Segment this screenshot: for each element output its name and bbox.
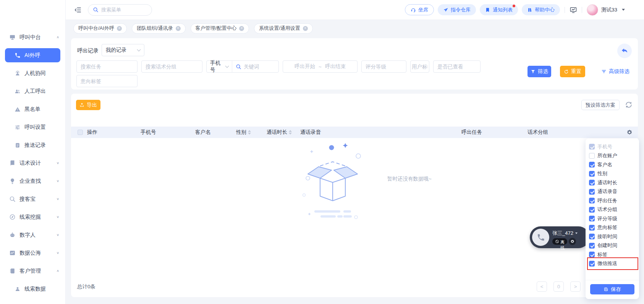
breadcrumb-tab[interactable]: 团队组织/通讯录 (132, 23, 186, 34)
topbar-action-button[interactable]: 通知列表 (480, 4, 518, 15)
sidebar-item[interactable]: 人机协同 (0, 64, 65, 82)
checkbox[interactable] (589, 252, 595, 257)
save-button[interactable]: 保存 (590, 284, 634, 294)
preset-filter-button[interactable]: 预设筛选方案 (581, 100, 620, 110)
column-header[interactable]: 操作 (87, 129, 141, 136)
sidebar-item[interactable]: 线索数据 (0, 280, 65, 298)
menu-search[interactable] (88, 4, 152, 16)
agent-name[interactable]: 张三_472 (552, 230, 578, 237)
topbar-action-button[interactable]: 指令仓库 (438, 4, 476, 15)
close-tab-icon[interactable] (239, 26, 244, 31)
close-tab-icon[interactable] (117, 26, 122, 31)
checkbox[interactable] (589, 162, 595, 167)
date-range-picker[interactable]: 呼出开始 ~ 呼出结束 (283, 60, 358, 73)
sort-icons[interactable] (248, 130, 251, 135)
column-toggle-item[interactable]: 标签 (589, 250, 636, 259)
intent-tag-select[interactable] (76, 75, 138, 87)
task-search-input[interactable] (76, 60, 138, 73)
checkbox[interactable] (589, 216, 595, 221)
refresh-icon[interactable] (625, 101, 633, 109)
sidebar-item[interactable]: 呼叫中台 ∧ (0, 28, 65, 46)
sidebar-item[interactable]: 推送记录 (0, 136, 65, 154)
sort-icons[interactable] (289, 130, 292, 135)
checkbox[interactable] (589, 243, 595, 249)
column-toggle-item[interactable]: 通话录音 (589, 187, 636, 197)
sidebar-item[interactable]: 数字人 ∨ (0, 226, 65, 244)
phone-circle[interactable] (532, 229, 549, 246)
column-header[interactable]: 客户名 (195, 129, 236, 136)
column-toggle-item[interactable]: 通话时长 (589, 178, 636, 187)
data-screen-icon[interactable] (570, 6, 577, 14)
column-toggle-item[interactable]: 手机号 (589, 142, 636, 151)
phone-field-select[interactable]: 手机号 (207, 61, 232, 72)
checkbox[interactable] (589, 153, 595, 159)
breadcrumb-tab[interactable]: 呼叫中台/AI外呼 (73, 23, 127, 34)
sidebar-item[interactable]: 搜客宝 ∨ (0, 190, 65, 208)
score-level-select[interactable] (361, 60, 406, 73)
breadcrumb-tab[interactable]: 系统设置/通用设置 (254, 23, 313, 34)
menu-search-input[interactable] (101, 7, 141, 13)
column-toggle-item[interactable]: 创建时间 (589, 241, 636, 250)
sidebar-item[interactable]: 企业查找 ∨ (0, 172, 65, 190)
viewed-select[interactable] (433, 60, 481, 73)
checkbox[interactable] (589, 171, 595, 177)
avatar[interactable] (587, 4, 598, 16)
column-header[interactable]: 话术分组 (527, 129, 596, 136)
checkbox[interactable] (589, 180, 595, 185)
column-settings-gear-icon[interactable] (626, 129, 633, 135)
column-header[interactable]: 呼出任务 (461, 129, 527, 136)
sidebar-item[interactable]: 线索挖掘 ∨ (0, 208, 65, 226)
prev-page-button[interactable]: < (537, 281, 547, 292)
user-menu-caret[interactable] (622, 9, 625, 11)
close-tab-icon[interactable] (176, 26, 181, 31)
script-group-search-input[interactable] (141, 60, 202, 73)
column-toggle-item[interactable]: 话术分组 (589, 205, 636, 215)
advanced-filter-link[interactable]: 高级筛选 (601, 68, 629, 75)
checkbox[interactable] (589, 198, 595, 203)
export-button[interactable]: 导出 (76, 100, 100, 110)
call-widget[interactable]: 张三_472 离线 (530, 226, 589, 248)
checkbox[interactable] (589, 234, 595, 239)
column-toggle-item[interactable]: 客户名 (589, 160, 636, 169)
checkbox[interactable] (589, 225, 595, 231)
topbar-action-button[interactable]: 坐席 (405, 4, 434, 15)
sidebar-item[interactable]: 话术设计 ∨ (0, 154, 65, 172)
column-toggle-item[interactable]: 评分等级 (589, 214, 636, 223)
collapse-sidebar-icon[interactable] (74, 6, 82, 14)
column-header[interactable]: 通话时长 (267, 129, 300, 136)
column-header[interactable]: 手机号 (141, 129, 195, 136)
sidebar-item[interactable]: 人工呼出 (0, 82, 65, 100)
sidebar-item-icon (15, 142, 21, 148)
sidebar-item[interactable]: 客户管理 ∧ (0, 262, 65, 280)
checkbox[interactable] (589, 207, 595, 213)
back-button[interactable] (617, 44, 632, 58)
keyword-input[interactable] (244, 64, 275, 70)
filter-button[interactable]: 筛选 (527, 66, 551, 77)
next-page-button[interactable]: > (570, 281, 581, 292)
column-toggle-item[interactable]: 所在账户 (589, 151, 636, 161)
topbar-action-button[interactable]: 帮助中心 (522, 4, 560, 15)
select-all-checkbox[interactable] (78, 130, 83, 135)
column-header[interactable]: 性别 (236, 129, 267, 136)
record-scope-select[interactable]: 我的记录 (102, 44, 144, 56)
breadcrumb-tab[interactable]: 客户管理/配置中心 (191, 23, 249, 34)
column-toggle-item[interactable]: 性别 (589, 169, 636, 179)
reset-button[interactable]: 重置 (560, 66, 585, 77)
column-header[interactable]: 通话录音 (300, 129, 461, 136)
checkbox[interactable] (589, 189, 595, 195)
sidebar-item[interactable]: 数据公海 ∨ (0, 244, 65, 262)
widget-settings-gear[interactable] (569, 238, 576, 245)
sidebar-item[interactable]: 呼叫设置 (0, 118, 65, 136)
checkbox[interactable] (589, 261, 595, 267)
username[interactable]: 测试33 (601, 7, 617, 13)
checkbox[interactable] (589, 144, 595, 150)
column-toggle-item[interactable]: 接听时间 (589, 232, 636, 241)
column-toggle-item[interactable]: 意向标签 (589, 223, 636, 232)
column-toggle-item[interactable]: 呼出任务 (589, 196, 636, 205)
page-number[interactable]: 0 (553, 281, 564, 292)
sidebar-item[interactable]: AI外呼 (5, 48, 60, 62)
user-tag-select[interactable] (410, 60, 429, 73)
column-toggle-item[interactable]: 微信推送 (589, 259, 636, 268)
sidebar-item[interactable]: 黑名单 (0, 100, 65, 118)
close-tab-icon[interactable] (303, 26, 308, 31)
